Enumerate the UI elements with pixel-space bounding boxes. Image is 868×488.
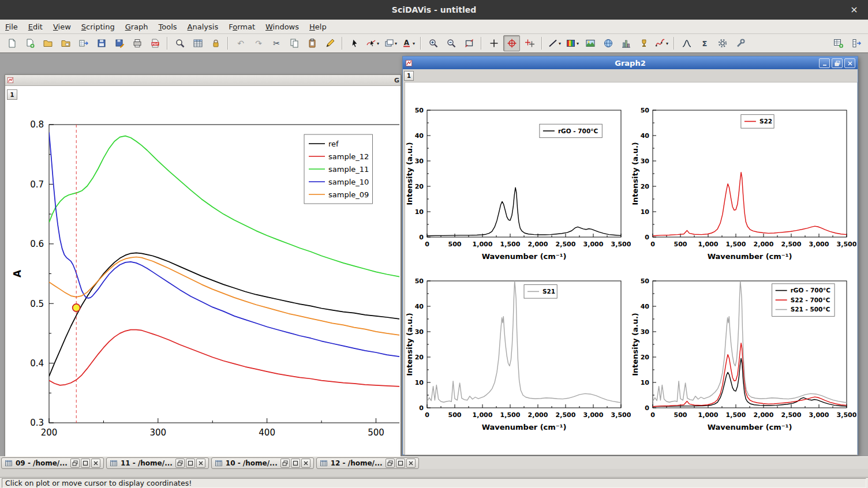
export-pdf-button[interactable] xyxy=(147,35,163,51)
app-window: SciDAVis - untitled × FileEditViewScript… xyxy=(0,0,868,488)
close-button[interactable] xyxy=(301,459,310,468)
app-close-button[interactable]: × xyxy=(848,4,860,16)
raman-subplot-3[interactable]: 05001,0001,5002,0002,5003,0003,500010203… xyxy=(406,253,631,446)
maximize-icon xyxy=(398,460,403,466)
plot-3d-sphere-button[interactable] xyxy=(600,35,616,51)
raman-plot-2[interactable]: 05001,0001,5002,0002,5003,0003,500010203… xyxy=(631,82,856,273)
graph2-close-button[interactable] xyxy=(844,58,855,68)
select-data-range-button[interactable] xyxy=(521,35,538,51)
new-project-button[interactable] xyxy=(3,35,20,51)
screen-reader-button[interactable] xyxy=(485,35,502,51)
new-folder-button[interactable] xyxy=(21,35,38,51)
new-table-2-button[interactable] xyxy=(830,35,847,51)
fit-function-button[interactable] xyxy=(678,35,695,51)
project-explorer-button[interactable] xyxy=(171,35,188,51)
paste-button[interactable] xyxy=(304,35,320,51)
legend[interactable]: S21 xyxy=(524,285,557,298)
lock-toolbars-button[interactable] xyxy=(207,35,224,51)
svg-text:500: 500 xyxy=(674,411,687,419)
save-template-button[interactable] xyxy=(111,35,128,51)
add-image-icon xyxy=(585,38,596,48)
open-template-button[interactable] xyxy=(57,35,74,51)
preferences-button[interactable] xyxy=(714,35,731,51)
graph2-window[interactable]: Graph2 1 05001,0001,5002,0002,5003,0003,… xyxy=(402,56,858,455)
maximize-button[interactable] xyxy=(291,459,300,468)
import-ascii-button[interactable] xyxy=(75,35,92,51)
svg-text:500: 500 xyxy=(674,241,687,248)
copy-button[interactable] xyxy=(286,35,302,51)
new-table-button[interactable] xyxy=(189,35,206,51)
maximize-button[interactable] xyxy=(396,459,405,468)
graph1-layer-button[interactable]: 1 xyxy=(7,89,17,100)
graph2-restore-button[interactable] xyxy=(832,58,843,68)
restore-button[interactable] xyxy=(280,459,290,468)
rescale-to-show-all-button[interactable] xyxy=(461,35,477,51)
print-button[interactable] xyxy=(129,35,145,51)
restore-button[interactable] xyxy=(70,459,80,468)
menu-file[interactable]: File xyxy=(0,21,23,33)
menu-graph[interactable]: Graph xyxy=(120,21,154,33)
graph1-titlebar[interactable]: G xyxy=(5,75,401,86)
svg-text:3,500: 3,500 xyxy=(837,241,856,248)
data-reader-button[interactable] xyxy=(503,35,520,51)
pick-data-points-button[interactable]: ▾ xyxy=(364,35,381,51)
close-button[interactable] xyxy=(196,459,205,468)
plot-curve-button[interactable]: ▾ xyxy=(653,35,670,51)
maximize-button[interactable] xyxy=(186,459,195,468)
menu-windows[interactable]: Windows xyxy=(260,21,304,33)
svg-text:3,000: 3,000 xyxy=(583,411,604,419)
graph1-window[interactable]: G 1 2003004005000.30.40.50.60.70.8Arefsa… xyxy=(5,74,401,458)
close-button[interactable] xyxy=(91,459,100,468)
menu-format[interactable]: Format xyxy=(223,21,260,33)
taskbar-item-11[interactable]: 11 - /home/... xyxy=(106,457,209,469)
graph2-minimize-button[interactable] xyxy=(819,58,830,68)
taskbar-item-12[interactable]: 12 - /home/... xyxy=(316,457,419,469)
restore-button[interactable] xyxy=(175,459,185,468)
add-image-button[interactable] xyxy=(582,35,598,51)
save-project-button[interactable] xyxy=(93,35,110,51)
taskbar-item-10[interactable]: 10 - /home/... xyxy=(211,457,314,469)
open-project-button[interactable] xyxy=(39,35,56,51)
menu-scripting[interactable]: Scripting xyxy=(76,21,120,33)
menu-analysis[interactable]: Analysis xyxy=(182,21,224,33)
raman-plot-4[interactable]: 05001,0001,5002,0002,5003,0003,500010203… xyxy=(631,253,856,444)
statistics-button[interactable] xyxy=(696,35,713,51)
add-layer-button[interactable]: ▾ xyxy=(382,35,399,51)
add-column-button[interactable] xyxy=(848,35,865,51)
series-sample-12 xyxy=(49,330,399,386)
raman-subplot-1[interactable]: 05001,0001,5002,0002,5003,0003,500010203… xyxy=(406,82,631,275)
pointer-button[interactable] xyxy=(346,35,363,51)
maximize-button[interactable] xyxy=(81,459,90,468)
fit-wizard-button[interactable] xyxy=(732,35,749,51)
legend[interactable]: rGO - 700°CS22 - 700°CS21 - 500°C xyxy=(772,284,835,316)
restore-button[interactable] xyxy=(386,459,395,468)
raman-subplot-2[interactable]: 05001,0001,5002,0002,5003,0003,500010203… xyxy=(631,82,856,275)
plot-3d-bars-button[interactable] xyxy=(635,35,652,51)
menu-help[interactable]: Help xyxy=(304,21,332,33)
axis-ticks: 05001,0001,5002,0002,5003,0003,500010203… xyxy=(415,277,631,419)
draw-line-button[interactable]: ▾ xyxy=(546,35,563,51)
legend[interactable]: S22 xyxy=(741,115,774,129)
edit-selection-button[interactable] xyxy=(321,35,338,51)
raman-plot-3[interactable]: 05001,0001,5002,0002,5003,0003,500010203… xyxy=(406,253,631,444)
legend[interactable]: rGO - 700°C xyxy=(540,124,602,138)
cut-button[interactable] xyxy=(268,35,285,51)
add-text-button[interactable]: ▾ xyxy=(400,35,417,51)
redo-button[interactable] xyxy=(250,35,267,51)
zoom-in-button[interactable] xyxy=(425,35,442,51)
plot-bars-button[interactable] xyxy=(618,35,634,51)
zoom-out-button[interactable] xyxy=(443,35,459,51)
legend[interactable]: refsample_12sample_11sample_10sample_09 xyxy=(304,134,372,204)
graph2-titlebar[interactable]: Graph2 xyxy=(403,57,858,70)
taskbar-item-09[interactable]: 09 - /home/... xyxy=(1,457,104,469)
uvvis-plot[interactable]: 2003004005000.30.40.50.60.70.8Arefsample… xyxy=(5,86,399,456)
close-button[interactable] xyxy=(406,459,416,468)
raman-plot-1[interactable]: 05001,0001,5002,0002,5003,0003,500010203… xyxy=(406,82,631,273)
add-color-map-button[interactable]: ▾ xyxy=(564,35,581,51)
undo-button[interactable] xyxy=(232,35,249,51)
menu-view[interactable]: View xyxy=(48,21,76,33)
raman-subplot-4[interactable]: 05001,0001,5002,0002,5003,0003,500010203… xyxy=(631,253,856,446)
menu-edit[interactable]: Edit xyxy=(23,21,48,33)
menu-tools[interactable]: Tools xyxy=(154,21,182,33)
graph2-layer-button[interactable]: 1 xyxy=(404,71,414,81)
